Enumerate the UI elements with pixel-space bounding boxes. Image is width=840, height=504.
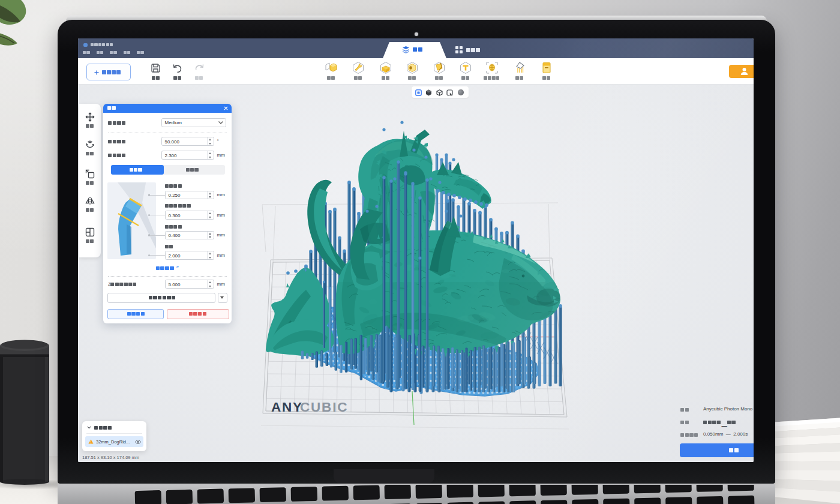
svg-text:CUBIC: CUBIC [300,400,348,415]
svg-text:ANY: ANY [271,400,303,415]
